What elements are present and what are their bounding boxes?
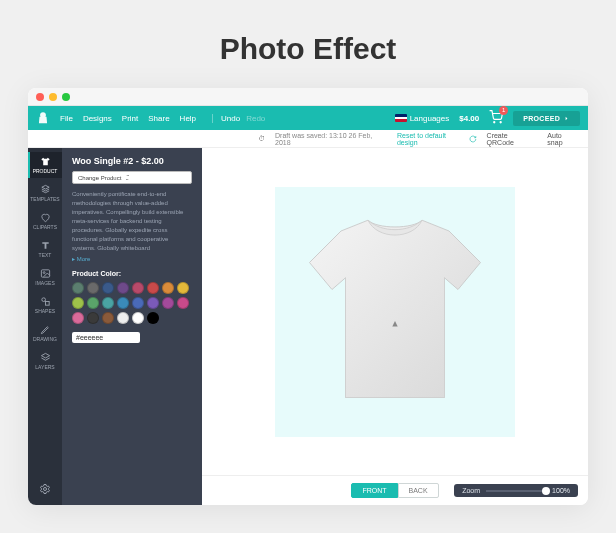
hex-input[interactable] xyxy=(72,332,140,343)
status-bar: ⏱ Draft was saved: 13:10 26 Feb, 2018 Re… xyxy=(28,130,588,148)
svg-rect-5 xyxy=(45,302,49,306)
zoom-label: Zoom xyxy=(462,487,480,494)
window-maximize-icon[interactable] xyxy=(62,93,70,101)
menu-help[interactable]: Help xyxy=(180,114,196,123)
color-swatch[interactable] xyxy=(87,312,99,324)
color-swatch[interactable] xyxy=(177,297,189,309)
rail-label: PRODUCT xyxy=(33,168,58,174)
color-swatch[interactable] xyxy=(147,297,159,309)
color-swatch[interactable] xyxy=(72,312,84,324)
color-swatch[interactable] xyxy=(117,312,129,324)
sidebar-item-layers[interactable]: LAYERS xyxy=(28,348,62,374)
color-swatch[interactable] xyxy=(132,282,144,294)
color-swatch[interactable] xyxy=(102,312,114,324)
sidebar-item-shapes[interactable]: SHAPES xyxy=(28,292,62,318)
rail-label: CLIPARTS xyxy=(33,224,57,230)
zoom-control[interactable]: Zoom 100% xyxy=(454,484,578,497)
template-icon xyxy=(40,184,51,195)
app-logo-icon xyxy=(36,111,50,125)
flag-icon xyxy=(395,114,407,122)
cart-button[interactable]: 1 xyxy=(489,110,503,126)
svg-point-6 xyxy=(44,488,47,491)
page-heading: Photo Effect xyxy=(220,32,397,66)
price-display: $4.00 xyxy=(459,114,479,123)
svg-point-4 xyxy=(41,298,45,302)
color-swatch[interactable] xyxy=(117,297,129,309)
language-selector[interactable]: Languages xyxy=(395,114,450,123)
shirt-icon xyxy=(40,156,51,167)
rail-label: DRAWING xyxy=(33,336,57,342)
product-color-label: Product Color: xyxy=(72,270,192,277)
sidebar-item-product[interactable]: PRODUCT xyxy=(28,152,62,178)
window-close-icon[interactable] xyxy=(36,93,44,101)
color-swatch[interactable] xyxy=(117,282,129,294)
undo-redo-group: Undo Redo xyxy=(212,114,265,123)
sidebar-item-cliparts[interactable]: CLIPARTS xyxy=(28,208,62,234)
color-swatch[interactable] xyxy=(72,282,84,294)
create-qrcode-link[interactable]: Create QRCode xyxy=(487,132,536,146)
product-title: Woo Single #2 - $2.00 xyxy=(72,156,192,166)
color-swatch[interactable] xyxy=(87,282,99,294)
rail-label: LAYERS xyxy=(35,364,54,370)
sidebar-item-text[interactable]: TEXT xyxy=(28,236,62,262)
more-label: More xyxy=(77,256,91,262)
change-product-button[interactable]: Change Product xyxy=(72,171,192,184)
menu-print[interactable]: Print xyxy=(122,114,138,123)
color-swatches xyxy=(72,282,192,324)
color-swatch[interactable] xyxy=(87,297,99,309)
rail-label: IMAGES xyxy=(35,280,54,286)
color-swatch[interactable] xyxy=(102,282,114,294)
product-description: Conveniently pontificate end-to-end meth… xyxy=(72,190,192,253)
proceed-button[interactable]: PROCEED xyxy=(513,111,580,126)
settings-button[interactable] xyxy=(39,481,51,499)
more-link[interactable]: ▸ More xyxy=(72,255,192,262)
zoom-slider[interactable] xyxy=(486,490,546,492)
menu-designs[interactable]: Designs xyxy=(83,114,112,123)
refresh-icon xyxy=(469,135,477,143)
view-back-button[interactable]: BACK xyxy=(398,483,439,498)
sidebar-item-images[interactable]: IMAGES xyxy=(28,264,62,290)
shapes-icon xyxy=(40,296,51,307)
undo-button[interactable]: Undo xyxy=(221,114,240,123)
reset-label: Reset to default design xyxy=(397,132,467,146)
draft-saved-text: Draft was saved: 13:10 26 Feb, 2018 xyxy=(275,132,387,146)
heart-icon xyxy=(40,212,51,223)
view-front-button[interactable]: FRONT xyxy=(351,483,397,498)
top-menu-bar: File Designs Print Share Help Undo Redo … xyxy=(28,106,588,130)
menu-file[interactable]: File xyxy=(60,114,73,123)
product-panel: Woo Single #2 - $2.00 Change Product Con… xyxy=(62,148,202,505)
zoom-value: 100% xyxy=(552,487,570,494)
sidebar-item-drawing[interactable]: DRAWING xyxy=(28,320,62,346)
text-icon xyxy=(40,240,51,251)
sidebar-item-templates[interactable]: TEMPLATES xyxy=(28,180,62,206)
color-swatch[interactable] xyxy=(132,297,144,309)
color-swatch[interactable] xyxy=(132,312,144,324)
clock-icon: ⏱ xyxy=(258,135,265,142)
sidebar-rail: PRODUCT TEMPLATES CLIPARTS TEXT IMAGES S… xyxy=(28,148,62,505)
app-body: PRODUCT TEMPLATES CLIPARTS TEXT IMAGES S… xyxy=(28,148,588,505)
color-swatch[interactable] xyxy=(147,312,159,324)
color-swatch[interactable] xyxy=(147,282,159,294)
color-swatch[interactable] xyxy=(162,297,174,309)
reset-design-link[interactable]: Reset to default design xyxy=(397,132,477,146)
swap-icon xyxy=(124,174,131,181)
window-titlebar xyxy=(28,88,588,106)
layers-icon xyxy=(40,352,51,363)
color-swatch[interactable] xyxy=(102,297,114,309)
window-minimize-icon[interactable] xyxy=(49,93,57,101)
chevron-right-icon xyxy=(563,115,570,122)
gear-icon xyxy=(39,483,51,495)
design-canvas[interactable] xyxy=(202,148,588,475)
auto-snap-toggle[interactable]: Auto snap xyxy=(547,132,578,146)
color-swatch[interactable] xyxy=(177,282,189,294)
view-switcher: FRONT BACK xyxy=(351,483,438,498)
app-window: File Designs Print Share Help Undo Redo … xyxy=(28,88,588,505)
zoom-thumb[interactable] xyxy=(542,487,550,495)
color-swatch[interactable] xyxy=(72,297,84,309)
svg-point-1 xyxy=(500,122,501,123)
redo-button[interactable]: Redo xyxy=(246,114,265,123)
color-swatch[interactable] xyxy=(162,282,174,294)
menu-share[interactable]: Share xyxy=(148,114,169,123)
rail-label: TEXT xyxy=(39,252,52,258)
main-menu: File Designs Print Share Help xyxy=(60,114,196,123)
